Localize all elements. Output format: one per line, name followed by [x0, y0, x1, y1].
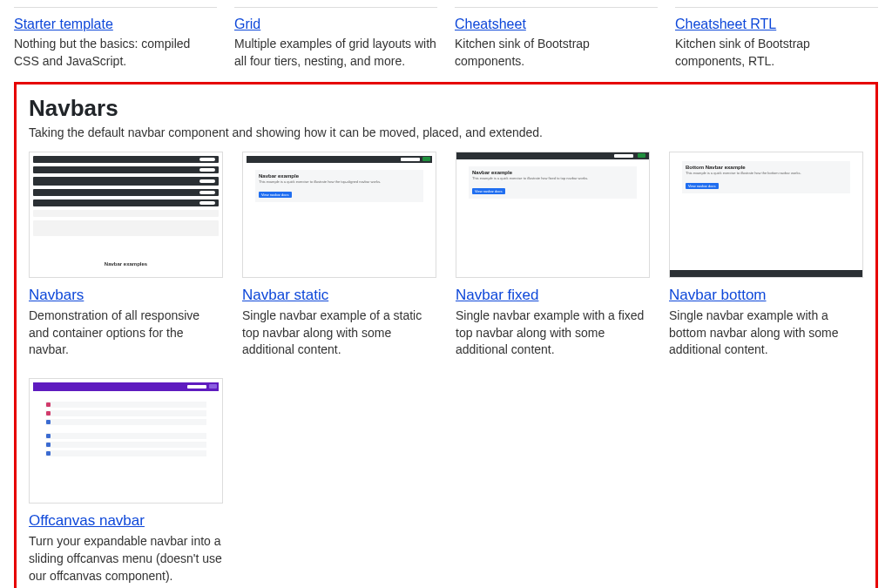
thumb-heading: Navbar example	[259, 173, 420, 179]
navbars-section: Navbars Taking the default navbar compon…	[14, 82, 878, 588]
starter-template-link[interactable]: Starter template	[14, 17, 113, 32]
card-desc: Single navbar example of a static top na…	[242, 308, 436, 359]
card-desc: Turn your expandable navbar into a slidi…	[29, 533, 223, 585]
divider	[14, 7, 217, 8]
examples-grid: Navbar examples Navbars Demonstration of…	[29, 152, 863, 585]
link-desc: Kitchen sink of Bootstrap components.	[455, 36, 658, 70]
cheatsheet-link[interactable]: Cheatsheet	[455, 17, 526, 32]
navbar-bottom-link[interactable]: Navbar bottom	[669, 287, 767, 304]
example-card-navbar-bottom: Bottom Navbar example This example is a …	[669, 152, 863, 359]
thumb-button: View navbar docs	[259, 192, 292, 198]
top-link-item: Cheatsheet Kitchen sink of Bootstrap com…	[455, 5, 658, 70]
card-desc: Single navbar example with a bottom navb…	[669, 308, 863, 359]
thumb-text: This example is a quick exercise to illu…	[686, 172, 847, 176]
divider	[234, 7, 437, 8]
section-heading: Navbars	[29, 95, 863, 122]
thumb-button: View navbar docs	[472, 188, 505, 194]
thumbnail-navbars[interactable]: Navbar examples	[29, 152, 223, 278]
thumb-button: View navbar docs	[686, 183, 719, 189]
example-card-navbars: Navbar examples Navbars Demonstration of…	[29, 152, 223, 359]
divider	[675, 7, 878, 8]
link-desc: Kitchen sink of Bootstrap components, RT…	[675, 36, 878, 70]
divider	[455, 7, 658, 8]
link-desc: Multiple examples of grid layouts with a…	[234, 36, 437, 70]
example-card-navbar-fixed: Navbar example This example is a quick e…	[456, 152, 650, 359]
example-card-navbar-static: Navbar example This example is a quick e…	[242, 152, 436, 359]
thumbnail-navbar-fixed[interactable]: Navbar example This example is a quick e…	[456, 152, 650, 278]
thumbnail-navbar-bottom[interactable]: Bottom Navbar example This example is a …	[669, 152, 863, 278]
card-desc: Demonstration of all responsive and cont…	[29, 308, 223, 359]
thumbnail-offcanvas-navbar[interactable]	[29, 378, 223, 504]
thumb-heading: Navbar example	[472, 170, 633, 175]
cheatsheet-rtl-link[interactable]: Cheatsheet RTL	[675, 17, 776, 32]
top-link-item: Cheatsheet RTL Kitchen sink of Bootstrap…	[675, 5, 878, 70]
grid-link[interactable]: Grid	[234, 17, 260, 32]
link-desc: Nothing but the basics: compiled CSS and…	[14, 36, 217, 70]
thumbnail-navbar-static[interactable]: Navbar example This example is a quick e…	[242, 152, 436, 278]
offcanvas-navbar-link[interactable]: Offcanvas navbar	[29, 512, 145, 530]
thumb-heading: Bottom Navbar example	[686, 165, 847, 170]
thumb-text: This example is a quick exercise to illu…	[472, 177, 633, 181]
top-link-item: Grid Multiple examples of grid layouts w…	[234, 5, 437, 70]
top-links-row: Starter template Nothing but the basics:…	[14, 0, 878, 70]
card-desc: Single navbar example with a fixed top n…	[456, 308, 650, 359]
navbars-link[interactable]: Navbars	[29, 287, 84, 304]
thumb-label: Navbar examples	[30, 261, 222, 267]
section-subheading: Taking the default navbar component and …	[29, 125, 863, 139]
navbar-fixed-link[interactable]: Navbar fixed	[456, 287, 538, 304]
example-card-offcanvas-navbar: Offcanvas navbar Turn your expandable na…	[29, 378, 223, 585]
thumb-text: This example is a quick exercise to illu…	[259, 180, 420, 185]
navbar-static-link[interactable]: Navbar static	[242, 287, 328, 304]
top-link-item: Starter template Nothing but the basics:…	[14, 5, 217, 70]
